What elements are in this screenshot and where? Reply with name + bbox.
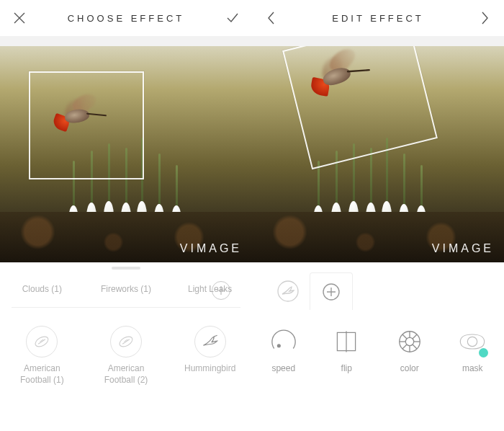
svg-point-2 (278, 281, 298, 301)
svg-point-17 (468, 337, 477, 346)
svg-line-16 (402, 345, 407, 349)
category-clouds[interactable]: Clouds (1) (0, 284, 84, 296)
choose-effect-pane: CHOOSE EFFECT VIMAGE (0, 0, 252, 431)
svg-line-13 (402, 334, 407, 339)
tool-flip[interactable]: flip (332, 327, 361, 373)
flip-icon (332, 327, 361, 356)
separator (0, 36, 252, 46)
watermark: VIMAGE (180, 242, 242, 255)
category-light-leaks[interactable]: Light Leaks (168, 284, 252, 296)
watermark: VIMAGE (432, 242, 494, 255)
header-title-left: CHOOSE EFFECT (29, 13, 223, 24)
tab-effect-layer[interactable] (266, 272, 310, 310)
svg-point-4 (277, 345, 280, 347)
tab-add-layer[interactable] (310, 272, 353, 310)
tool-label: color (400, 363, 419, 373)
divider (12, 307, 240, 308)
confirm-icon[interactable] (223, 9, 242, 27)
effect-american-football-2[interactable]: American Football (2) (84, 326, 168, 386)
svg-line-14 (413, 345, 417, 349)
edit-effect-pane: EDIT EFFECT VIMAGE (252, 0, 504, 431)
category-fireworks[interactable]: Fireworks (1) (84, 284, 168, 296)
forward-icon[interactable] (475, 9, 494, 27)
mask-icon (458, 327, 487, 356)
edit-tools-panel: speed flip (252, 262, 504, 431)
tool-color[interactable]: color (395, 327, 424, 373)
header-left: CHOOSE EFFECT (0, 0, 252, 36)
header-right: EDIT EFFECT (252, 0, 504, 36)
preview-image-right[interactable]: VIMAGE (252, 46, 504, 262)
hummingbird-icon (194, 326, 226, 357)
tool-label: mask (462, 363, 483, 373)
tool-speed[interactable]: speed (269, 327, 298, 373)
effect-american-football-1[interactable]: American Football (1) (0, 326, 84, 386)
svg-line-15 (413, 334, 417, 339)
drag-handle[interactable] (112, 267, 140, 270)
football-icon (110, 326, 142, 357)
tool-mask[interactable]: mask (458, 327, 487, 373)
tool-label: speed (271, 363, 295, 373)
effect-overlay-hummingbird[interactable] (50, 97, 101, 133)
separator (252, 36, 504, 46)
football-icon (26, 326, 58, 357)
tool-label: flip (341, 363, 352, 373)
back-icon[interactable] (262, 9, 281, 27)
effects-panel: Clouds (1) Fireworks (1) Light Leaks Ame… (0, 262, 252, 431)
preview-image-left[interactable]: VIMAGE (0, 46, 252, 262)
color-icon (395, 327, 424, 356)
effect-hummingbird[interactable]: Hummingbird (168, 326, 252, 386)
header-title-right: EDIT EFFECT (281, 13, 475, 24)
speed-icon (269, 327, 298, 356)
close-icon[interactable] (10, 9, 29, 27)
